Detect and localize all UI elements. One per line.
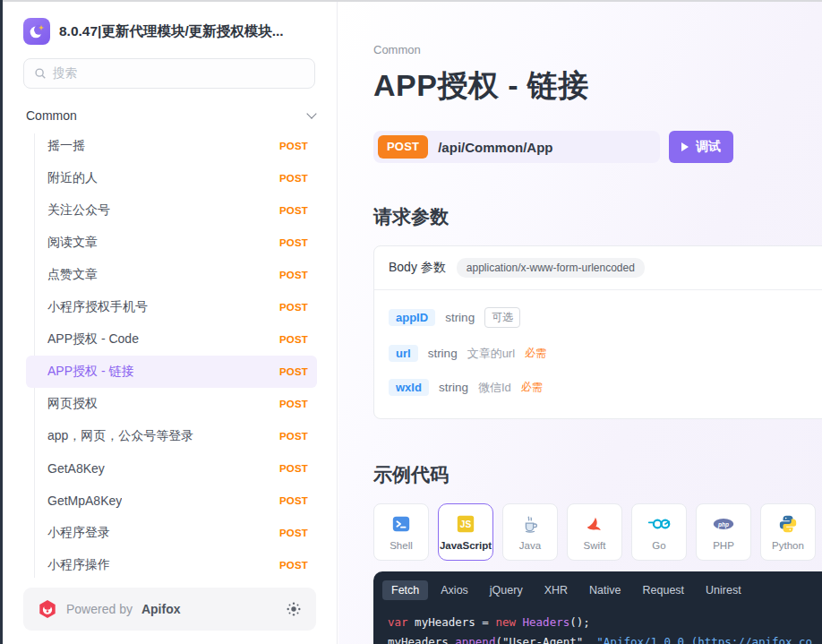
sidebar-item[interactable]: 点赞文章POST [26,259,317,291]
swift-icon [585,513,604,535]
sidebar-section-common[interactable]: Common [26,108,315,123]
chevron-down-icon [306,108,316,118]
code-tab-request[interactable]: Request [634,580,694,600]
sidebar-item-label: 点赞文章 [47,267,98,283]
sidebar-item-label: 小程序操作 [47,557,110,573]
code-line: myHeaders.append("User-Agent", "Apifox/1… [388,632,822,644]
body-params-label: Body 参数 [389,260,446,276]
language-card-row: ShellJSJavaScriptJavaSwiftGophpPHPPython [373,503,822,561]
lang-card-label: Python [772,540,804,551]
lang-card-java[interactable]: Java [502,503,558,561]
request-params-heading: 请求参数 [373,204,822,229]
sidebar-item[interactable]: 关注公众号POST [26,194,317,227]
param-description: 微信Id [478,380,511,396]
method-badge: POST [378,135,428,159]
code-line: var myHeaders = new Headers(); [388,613,822,632]
sidebar-item[interactable]: 阅读文章POST [26,227,317,259]
breadcrumb: Common [373,43,822,56]
code-tab-jquery[interactable]: jQuery [481,580,532,600]
svg-text:php: php [717,521,729,528]
sidebar-item-method-badge: POST [279,560,308,571]
sidebar-item-method-badge: POST [279,463,308,474]
sidebar-item-method-badge: POST [279,237,308,248]
code-token [516,615,523,629]
param-name: wxId [389,379,429,396]
play-icon [681,142,689,151]
sidebar-item-label: 小程序授权手机号 [47,299,148,315]
debug-button[interactable]: 调试 [669,131,733,163]
lang-card-php[interactable]: phpPHP [696,503,751,561]
param-row: wxIdstring微信Id必需 [389,379,822,396]
python-icon [778,513,798,535]
params-card-header: Body 参数 application/x-www-form-urlencode… [374,246,822,289]
lang-card-javascript[interactable]: JSJavaScript [438,503,493,561]
code-tab-native[interactable]: Native [580,580,629,600]
lang-card-shell[interactable]: Shell [373,503,429,561]
sidebar-item[interactable]: 小程序授权手机号POST [26,291,317,323]
sidebar-item-label: GetA8Key [47,461,105,476]
param-type: string [445,311,475,324]
sidebar-item-method-badge: POST [279,495,308,506]
content-type-pill: application/x-www-form-urlencoded [457,258,645,278]
sidebar-item-label: GetMpA8Key [47,494,122,508]
param-row: appIDstring可选 [389,307,822,328]
window-left-edge [0,0,3,644]
javascript-icon: JS [456,513,475,535]
endpoint-bar: POST /api/Common/App [373,131,660,163]
param-optional-badge: 可选 [484,307,520,328]
code-content: var myHeaders = new Headers();myHeaders.… [373,600,822,644]
sidebar-item[interactable]: APP授权 - CodePOST [26,323,317,356]
theme-toggle-icon[interactable] [286,601,302,617]
sidebar-item[interactable]: 摇一摇POST [26,130,317,162]
param-row: urlstring文章的url必需 [389,345,822,362]
code-token: Headers [523,615,570,629]
code-token: myHeaders = [408,615,496,629]
sidebar-footer: Powered by Apifox [23,588,316,631]
sidebar-item-method-badge: POST [279,302,308,313]
sidebar-item[interactable]: 附近的人POST [26,162,317,194]
sidebar-item[interactable]: 网页授权POST [26,388,317,420]
page-title: APP授权 - 链接 [373,65,822,107]
sidebar-item-label: 摇一摇 [47,138,85,154]
apifox-brand-link[interactable]: Apifox [141,602,181,616]
sidebar-item[interactable]: GetA8KeyPOST [26,452,317,485]
sidebar-item-method-badge: POST [279,431,308,442]
endpoint-list: 摇一摇POST附近的人POST关注公众号POST阅读文章POST点赞文章POST… [26,130,317,581]
param-name: url [389,345,418,362]
params-card: Body 参数 application/x-www-form-urlencode… [373,245,822,419]
sidebar-item-label: APP授权 - 链接 [47,364,133,380]
lang-card-swift[interactable]: Swift [567,503,622,561]
sidebar-item[interactable]: APP授权 - 链接POST [26,356,317,388]
lang-card-python[interactable]: Python [760,503,816,561]
code-tab-xhr[interactable]: XHR [535,580,577,600]
lang-card-label: PHP [713,540,734,551]
sidebar-item-label: 关注公众号 [47,202,110,219]
params-body: appIDstring可选urlstring文章的url必需wxIdstring… [374,289,822,418]
endpoint-path: /api/Common/App [438,140,552,155]
code-client-tabs: FetchAxiosjQueryXHRNativeRequestUnirest [373,580,822,600]
code-tab-unirest[interactable]: Unirest [697,580,750,600]
sidebar-item[interactable]: GetMpA8KeyPOST [26,485,317,517]
sidebar-item-label: 附近的人 [47,170,98,186]
lang-card-label: Go [652,540,665,551]
sidebar-item[interactable]: app，网页，公众号等登录POST [26,420,317,452]
sidebar: 8.0.47|更新代理模块/更新授权模块... 搜索 Common 摇一摇POS… [3,2,338,644]
lang-card-label: JavaScript [440,540,492,551]
svg-text:JS: JS [460,519,472,529]
section-label: Common [26,108,77,123]
sidebar-item-method-badge: POST [279,366,308,377]
search-input[interactable]: 搜索 [23,58,315,89]
sidebar-header: 8.0.47|更新代理模块/更新授权模块... [23,18,315,45]
lang-card-label: Swift [584,540,606,551]
shell-icon [391,513,411,535]
search-icon [34,67,47,80]
sidebar-item-method-badge: POST [279,334,308,345]
code-tab-fetch[interactable]: Fetch [382,580,428,600]
endpoint-row: POST /api/Common/App 调试 [373,131,822,163]
sidebar-item[interactable]: 小程序登录POST [26,517,317,549]
sidebar-item[interactable]: 小程序操作POST [26,549,317,581]
lang-card-go[interactable]: Go [631,503,687,561]
powered-by-text: Powered by [66,602,133,616]
code-tab-axios[interactable]: Axios [432,580,477,600]
sidebar-item-method-badge: POST [279,173,308,184]
